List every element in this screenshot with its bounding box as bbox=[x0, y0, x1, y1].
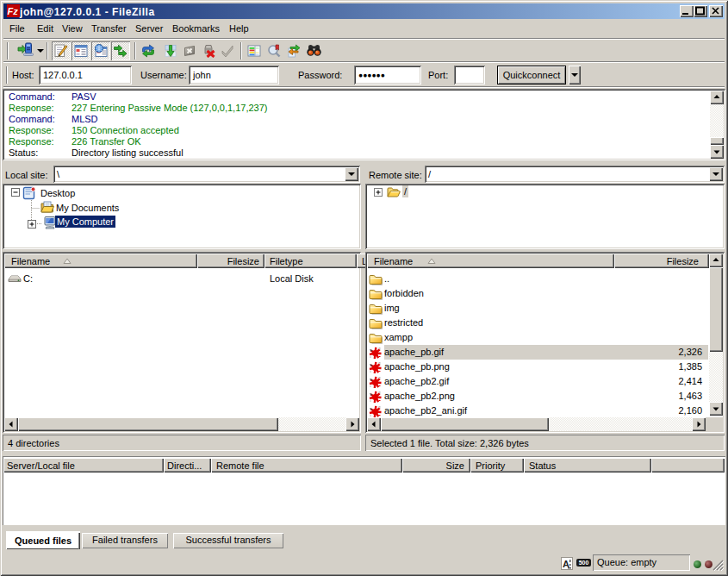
svg-text:Fz: Fz bbox=[8, 6, 19, 16]
